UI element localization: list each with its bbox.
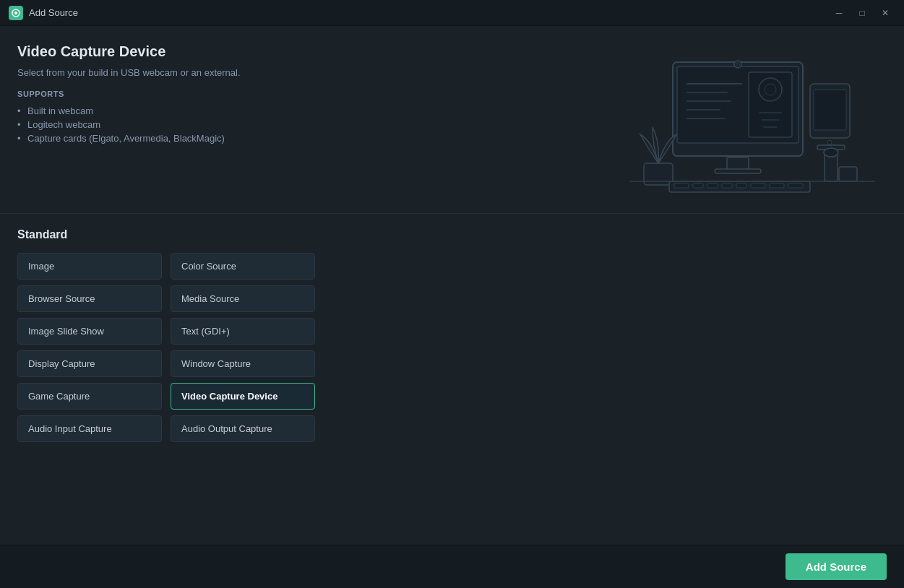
add-source-button[interactable]: Add Source [785, 553, 887, 580]
titlebar-left: Add Source [9, 6, 78, 20]
device-illustration [615, 40, 882, 199]
support-item-2: Logitech webcam [17, 118, 379, 131]
minimize-button[interactable]: ─ [829, 6, 849, 20]
svg-rect-21 [674, 183, 689, 188]
main-content: Video Capture Device Select from your bu… [0, 26, 904, 588]
source-item-window-capture[interactable]: Window Capture [171, 350, 315, 377]
source-item-audio-input-capture[interactable]: Audio Input Capture [17, 415, 162, 442]
source-item-image[interactable]: Image [17, 253, 162, 280]
supports-list: Built in webcam Logitech webcam Capture … [17, 104, 379, 145]
close-button[interactable]: ✕ [875, 6, 895, 20]
source-item-audio-output-capture[interactable]: Audio Output Capture [171, 415, 315, 442]
svg-rect-28 [788, 183, 803, 188]
svg-rect-24 [722, 183, 732, 188]
svg-point-35 [827, 140, 832, 144]
header-section: Video Capture Device Select from your bu… [0, 26, 904, 214]
svg-rect-25 [736, 183, 746, 188]
source-item-browser-source[interactable]: Browser Source [17, 285, 162, 312]
supports-label: SUPPORTS [17, 90, 379, 98]
svg-rect-5 [715, 169, 761, 173]
source-item-video-capture-device[interactable]: Video Capture Device [171, 383, 315, 410]
svg-rect-23 [707, 183, 718, 188]
svg-rect-22 [693, 183, 703, 188]
header-text: Video Capture Device Select from your bu… [17, 43, 379, 145]
app-logo [9, 6, 23, 20]
support-item-1: Built in webcam [17, 104, 379, 118]
titlebar: Add Source ─ □ ✕ [0, 0, 904, 26]
svg-rect-34 [814, 90, 846, 130]
maximize-button[interactable]: □ [852, 6, 872, 20]
svg-rect-26 [751, 183, 765, 188]
footer: Add Source [0, 545, 904, 588]
source-item-color-source[interactable]: Color Source [171, 253, 315, 280]
header-desc: Select from your build in USB webcam or … [17, 67, 379, 78]
svg-rect-27 [770, 183, 784, 188]
section-title: Standard [17, 228, 887, 241]
header-title: Video Capture Device [17, 43, 379, 60]
support-item-3: Capture cards (Elgato, Avermedia, BlackM… [17, 131, 379, 145]
source-item-text-gdi[interactable]: Text (GDI+) [171, 318, 315, 345]
source-item-display-capture[interactable]: Display Capture [17, 350, 162, 377]
source-item-image-slide-show[interactable]: Image Slide Show [17, 318, 162, 345]
source-item-game-capture[interactable]: Game Capture [17, 383, 162, 410]
svg-point-7 [736, 63, 740, 66]
svg-point-31 [824, 148, 838, 157]
titlebar-title: Add Source [29, 7, 78, 18]
source-item-media-source[interactable]: Media Source [171, 285, 315, 312]
standard-section: Standard Image Color Source Browser Sour… [0, 214, 904, 588]
svg-rect-32 [839, 167, 857, 181]
source-grid: Image Color Source Browser Source Media … [17, 253, 887, 442]
svg-point-1 [14, 12, 17, 14]
titlebar-controls: ─ □ ✕ [829, 6, 895, 20]
